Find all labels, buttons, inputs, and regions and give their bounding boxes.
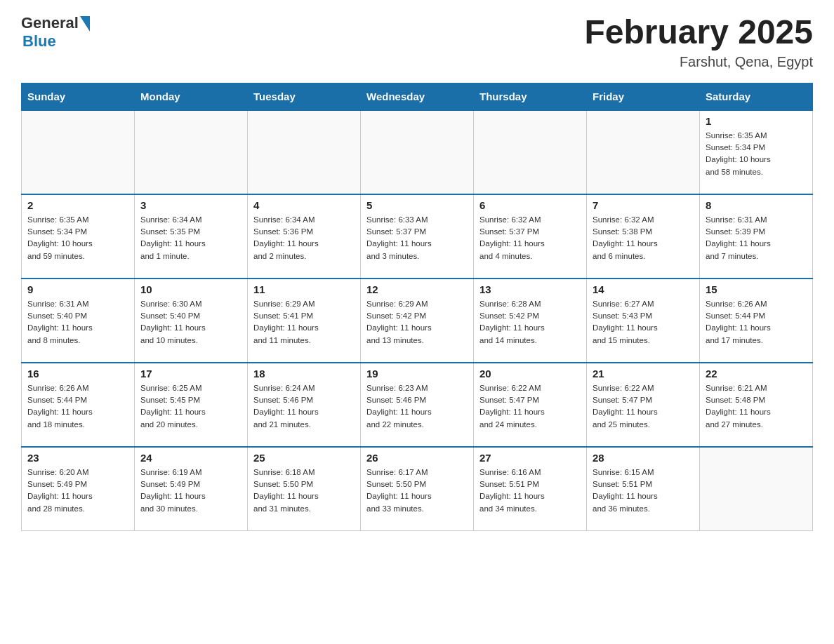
day-info: Sunrise: 6:22 AM Sunset: 5:47 PM Dayligh… <box>593 382 694 431</box>
calendar-cell: 17Sunrise: 6:25 AM Sunset: 5:45 PM Dayli… <box>135 363 248 447</box>
weekday-header-thursday: Thursday <box>474 83 587 110</box>
calendar-cell: 15Sunrise: 6:26 AM Sunset: 5:44 PM Dayli… <box>700 279 813 363</box>
day-number: 27 <box>479 452 581 464</box>
calendar-cell: 26Sunrise: 6:17 AM Sunset: 5:50 PM Dayli… <box>361 447 474 531</box>
day-number: 10 <box>140 283 241 295</box>
calendar-cell: 3Sunrise: 6:34 AM Sunset: 5:35 PM Daylig… <box>135 194 248 279</box>
title-section: February 2025 Farshut, Qena, Egypt <box>584 14 813 70</box>
calendar-cell: 4Sunrise: 6:34 AM Sunset: 5:36 PM Daylig… <box>248 194 361 279</box>
calendar-cell: 5Sunrise: 6:33 AM Sunset: 5:37 PM Daylig… <box>361 194 474 279</box>
week-row-2: 2Sunrise: 6:35 AM Sunset: 5:34 PM Daylig… <box>22 194 813 279</box>
day-info: Sunrise: 6:35 AM Sunset: 5:34 PM Dayligh… <box>27 214 128 262</box>
calendar-cell: 12Sunrise: 6:29 AM Sunset: 5:42 PM Dayli… <box>361 279 474 363</box>
day-number: 25 <box>253 452 355 464</box>
calendar-cell: 13Sunrise: 6:28 AM Sunset: 5:42 PM Dayli… <box>474 279 587 363</box>
day-info: Sunrise: 6:19 AM Sunset: 5:49 PM Dayligh… <box>140 467 241 515</box>
day-info: Sunrise: 6:28 AM Sunset: 5:42 PM Dayligh… <box>479 298 581 347</box>
day-number: 15 <box>706 283 807 295</box>
day-number: 1 <box>706 115 807 127</box>
calendar-cell: 8Sunrise: 6:31 AM Sunset: 5:39 PM Daylig… <box>700 194 813 279</box>
weekday-header-wednesday: Wednesday <box>361 83 474 110</box>
day-info: Sunrise: 6:17 AM Sunset: 5:50 PM Dayligh… <box>366 467 468 515</box>
calendar-cell <box>135 110 248 194</box>
logo: General Blue <box>21 14 90 51</box>
calendar-cell: 6Sunrise: 6:32 AM Sunset: 5:37 PM Daylig… <box>474 194 587 279</box>
day-number: 9 <box>27 283 128 295</box>
day-number: 14 <box>593 283 694 295</box>
day-number: 22 <box>706 368 807 380</box>
calendar-cell: 28Sunrise: 6:15 AM Sunset: 5:51 PM Dayli… <box>587 447 700 531</box>
weekday-header-sunday: Sunday <box>22 83 135 110</box>
calendar-table: SundayMondayTuesdayWednesdayThursdayFrid… <box>21 83 813 532</box>
calendar-cell: 22Sunrise: 6:21 AM Sunset: 5:48 PM Dayli… <box>700 363 813 447</box>
day-number: 11 <box>253 283 355 295</box>
week-row-5: 23Sunrise: 6:20 AM Sunset: 5:49 PM Dayli… <box>22 447 813 531</box>
logo-arrow-icon <box>80 16 90 32</box>
calendar-cell <box>587 110 700 194</box>
day-number: 3 <box>140 199 241 211</box>
weekday-header-friday: Friday <box>587 83 700 110</box>
week-row-3: 9Sunrise: 6:31 AM Sunset: 5:40 PM Daylig… <box>22 279 813 363</box>
calendar-cell: 14Sunrise: 6:27 AM Sunset: 5:43 PM Dayli… <box>587 279 700 363</box>
weekday-header-saturday: Saturday <box>700 83 813 110</box>
day-number: 28 <box>593 452 694 464</box>
calendar-cell: 11Sunrise: 6:29 AM Sunset: 5:41 PM Dayli… <box>248 279 361 363</box>
day-info: Sunrise: 6:23 AM Sunset: 5:46 PM Dayligh… <box>366 382 468 431</box>
calendar-cell: 18Sunrise: 6:24 AM Sunset: 5:46 PM Dayli… <box>248 363 361 447</box>
calendar-cell: 27Sunrise: 6:16 AM Sunset: 5:51 PM Dayli… <box>474 447 587 531</box>
day-number: 26 <box>366 452 468 464</box>
weekday-header-row: SundayMondayTuesdayWednesdayThursdayFrid… <box>22 83 813 110</box>
calendar-cell <box>361 110 474 194</box>
day-number: 21 <box>593 368 694 380</box>
day-info: Sunrise: 6:27 AM Sunset: 5:43 PM Dayligh… <box>593 298 694 347</box>
calendar-cell: 16Sunrise: 6:26 AM Sunset: 5:44 PM Dayli… <box>22 363 135 447</box>
calendar-cell <box>248 110 361 194</box>
weekday-header-tuesday: Tuesday <box>248 83 361 110</box>
month-title: February 2025 <box>584 14 813 51</box>
day-number: 6 <box>479 199 581 211</box>
day-number: 17 <box>140 368 241 380</box>
calendar-cell: 21Sunrise: 6:22 AM Sunset: 5:47 PM Dayli… <box>587 363 700 447</box>
day-number: 19 <box>366 368 468 380</box>
day-info: Sunrise: 6:31 AM Sunset: 5:39 PM Dayligh… <box>706 214 807 262</box>
day-info: Sunrise: 6:32 AM Sunset: 5:38 PM Dayligh… <box>593 214 694 262</box>
day-info: Sunrise: 6:30 AM Sunset: 5:40 PM Dayligh… <box>140 298 241 347</box>
day-info: Sunrise: 6:26 AM Sunset: 5:44 PM Dayligh… <box>706 298 807 347</box>
day-info: Sunrise: 6:31 AM Sunset: 5:40 PM Dayligh… <box>27 298 128 347</box>
day-info: Sunrise: 6:34 AM Sunset: 5:35 PM Dayligh… <box>140 214 241 262</box>
day-number: 24 <box>140 452 241 464</box>
day-number: 16 <box>27 368 128 380</box>
calendar-cell: 2Sunrise: 6:35 AM Sunset: 5:34 PM Daylig… <box>22 194 135 279</box>
calendar-cell: 7Sunrise: 6:32 AM Sunset: 5:38 PM Daylig… <box>587 194 700 279</box>
calendar-cell: 23Sunrise: 6:20 AM Sunset: 5:49 PM Dayli… <box>22 447 135 531</box>
day-number: 5 <box>366 199 468 211</box>
day-number: 20 <box>479 368 581 380</box>
day-info: Sunrise: 6:16 AM Sunset: 5:51 PM Dayligh… <box>479 467 581 515</box>
calendar-cell <box>22 110 135 194</box>
day-info: Sunrise: 6:15 AM Sunset: 5:51 PM Dayligh… <box>593 467 694 515</box>
calendar-cell: 10Sunrise: 6:30 AM Sunset: 5:40 PM Dayli… <box>135 279 248 363</box>
day-info: Sunrise: 6:34 AM Sunset: 5:36 PM Dayligh… <box>253 214 355 262</box>
day-number: 23 <box>27 452 128 464</box>
calendar-cell <box>474 110 587 194</box>
day-number: 8 <box>706 199 807 211</box>
page-header: General Blue February 2025 Farshut, Qena… <box>21 14 813 70</box>
day-info: Sunrise: 6:29 AM Sunset: 5:41 PM Dayligh… <box>253 298 355 347</box>
day-number: 4 <box>253 199 355 211</box>
calendar-cell <box>700 447 813 531</box>
day-number: 7 <box>593 199 694 211</box>
logo-blue-text: Blue <box>22 32 90 51</box>
day-info: Sunrise: 6:18 AM Sunset: 5:50 PM Dayligh… <box>253 467 355 515</box>
day-info: Sunrise: 6:21 AM Sunset: 5:48 PM Dayligh… <box>706 382 807 431</box>
day-info: Sunrise: 6:32 AM Sunset: 5:37 PM Dayligh… <box>479 214 581 262</box>
calendar-cell: 24Sunrise: 6:19 AM Sunset: 5:49 PM Dayli… <box>135 447 248 531</box>
weekday-header-monday: Monday <box>135 83 248 110</box>
day-number: 12 <box>366 283 468 295</box>
day-info: Sunrise: 6:33 AM Sunset: 5:37 PM Dayligh… <box>366 214 468 262</box>
day-number: 2 <box>27 199 128 211</box>
day-info: Sunrise: 6:20 AM Sunset: 5:49 PM Dayligh… <box>27 467 128 515</box>
week-row-4: 16Sunrise: 6:26 AM Sunset: 5:44 PM Dayli… <box>22 363 813 447</box>
calendar-cell: 19Sunrise: 6:23 AM Sunset: 5:46 PM Dayli… <box>361 363 474 447</box>
calendar-cell: 25Sunrise: 6:18 AM Sunset: 5:50 PM Dayli… <box>248 447 361 531</box>
day-number: 13 <box>479 283 581 295</box>
